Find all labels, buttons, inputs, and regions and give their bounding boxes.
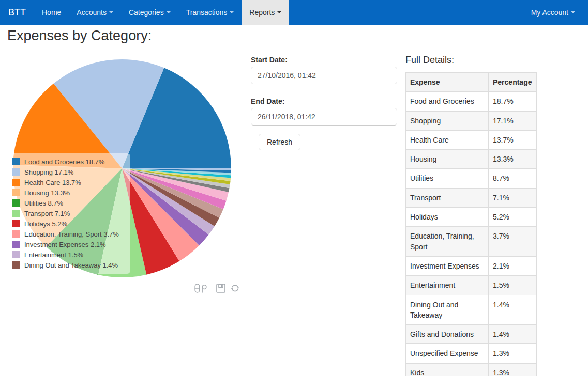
percentage-cell: 2.1%: [489, 256, 537, 275]
legend-swatch: [12, 241, 20, 248]
reload-icon[interactable]: [230, 283, 240, 293]
nav-item-label: Home: [42, 8, 61, 17]
legend-label: Housing 13.3%: [24, 189, 70, 197]
date-controls: Start Date: End Date: Refresh: [251, 56, 398, 150]
nav-item-home[interactable]: Home: [34, 0, 69, 25]
legend-swatch: [12, 220, 20, 227]
legend-item: Education, Training, Sport 3.7%: [12, 229, 128, 239]
start-date-label: Start Date:: [251, 56, 398, 64]
legend-swatch: [12, 261, 20, 269]
legend-swatch: [12, 251, 20, 258]
navbar: BTT HomeAccountsCategoriesTransactionsRe…: [0, 0, 588, 25]
legend-swatch: [12, 158, 20, 165]
start-date-input[interactable]: [251, 67, 397, 84]
legend-swatch: [12, 199, 20, 207]
chevron-down-icon: [230, 11, 234, 13]
navbar-right: My Account: [523, 0, 588, 25]
legend-label: Investment Expenses 2.1%: [24, 241, 106, 248]
nav-item-categories[interactable]: Categories: [121, 0, 178, 25]
table-row: Investment Expenses2.1%: [406, 256, 537, 275]
legend-label: Dining Out and Takeaway 1.4%: [24, 261, 118, 269]
page-title: Expenses by Category:: [7, 28, 152, 44]
expense-cell: Dining Out and Takeaway: [406, 295, 489, 325]
table-row: Unspecified Expense1.3%: [406, 344, 537, 363]
nav-item-my-account[interactable]: My Account: [523, 0, 583, 25]
legend-label: Education, Training, Sport 3.7%: [24, 230, 119, 238]
nav-item-label: Categories: [129, 8, 164, 17]
details-title: Full Details:: [405, 55, 537, 66]
legend-item: Dining Out and Takeaway 1.4%: [12, 260, 128, 270]
legend-swatch: [12, 189, 20, 196]
expense-cell: Housing: [406, 150, 489, 169]
details-table: Expense Percentage Food and Groceries18.…: [405, 72, 537, 376]
toolbar-divider: [212, 284, 212, 293]
pan-zoom-icon[interactable]: [194, 283, 208, 293]
legend-label: Shopping 17.1%: [24, 168, 73, 176]
legend-item: Transport 7.1%: [12, 208, 128, 218]
column-header-expense: Expense: [406, 73, 489, 92]
table-row: Gifts and Donations1.4%: [406, 325, 537, 344]
percentage-cell: 1.3%: [489, 344, 537, 363]
legend-label: Transport 7.1%: [24, 210, 70, 217]
percentage-cell: 18.7%: [489, 92, 537, 111]
legend-item: Health Care 13.7%: [12, 177, 128, 187]
legend-swatch: [12, 210, 20, 217]
legend-item: Holidays 5.2%: [12, 218, 128, 229]
chevron-down-icon: [167, 11, 171, 13]
table-row: Health Care13.7%: [406, 130, 537, 149]
expense-cell: Education, Training, Sport: [406, 227, 489, 257]
nav-item-label: Accounts: [77, 8, 107, 17]
legend-label: Entertainment 1.5%: [24, 251, 83, 259]
table-row: Shopping17.1%: [406, 111, 537, 130]
chevron-down-icon: [109, 11, 113, 13]
end-date-input[interactable]: [251, 108, 397, 126]
nav-item-reports[interactable]: Reports: [242, 0, 289, 25]
nav-item-label: Reports: [249, 8, 275, 17]
chevron-down-icon: [277, 11, 281, 13]
refresh-button[interactable]: Refresh: [259, 134, 300, 150]
expense-cell: Investment Expenses: [406, 256, 489, 275]
save-icon[interactable]: [216, 283, 226, 293]
table-row: Housing13.3%: [406, 150, 537, 169]
column-header-percentage: Percentage: [489, 73, 537, 92]
table-row: Dining Out and Takeaway1.4%: [406, 295, 537, 325]
navbar-brand[interactable]: BTT: [0, 0, 34, 25]
expenses-pie-chart-area: Food and Groceries 18.7%Shopping 17.1%He…: [7, 52, 241, 302]
percentage-cell: 13.3%: [489, 150, 537, 169]
expense-cell: Kids: [406, 363, 489, 376]
percentage-cell: 13.7%: [489, 130, 537, 149]
nav-item-accounts[interactable]: Accounts: [69, 0, 121, 25]
percentage-cell: 1.5%: [489, 276, 537, 295]
expense-cell: Shopping: [406, 111, 489, 130]
table-row: Entertainment1.5%: [406, 276, 537, 295]
legend-label: Health Care 13.7%: [24, 179, 81, 186]
chevron-down-icon: [571, 11, 575, 13]
table-row: Holidays5.2%: [406, 208, 537, 227]
percentage-cell: 5.2%: [489, 208, 537, 227]
percentage-cell: 1.4%: [489, 325, 537, 344]
table-header-row: Expense Percentage: [406, 73, 537, 92]
percentage-cell: 17.1%: [489, 111, 537, 130]
legend-item: Investment Expenses 2.1%: [12, 239, 128, 249]
legend-swatch: [12, 168, 20, 176]
end-date-label: End Date:: [251, 97, 398, 105]
legend-label: Utilities 8.7%: [24, 199, 63, 207]
full-details-section: Full Details: Expense Percentage Food an…: [405, 55, 537, 376]
legend-swatch: [12, 179, 20, 186]
expense-cell: Food and Groceries: [406, 92, 489, 111]
expense-cell: Gifts and Donations: [406, 325, 489, 344]
expense-cell: Transport: [406, 188, 489, 207]
expense-cell: Health Care: [406, 130, 489, 149]
expense-cell: Entertainment: [406, 276, 489, 295]
expense-cell: Unspecified Expense: [406, 344, 489, 363]
table-row: Transport7.1%: [406, 188, 537, 207]
legend-item: Food and Groceries 18.7%: [12, 156, 128, 167]
table-row: Utilities8.7%: [406, 169, 537, 188]
legend-label: Food and Groceries 18.7%: [24, 158, 104, 166]
expense-cell: Utilities: [406, 169, 489, 188]
navbar-menu: HomeAccountsCategoriesTransactionsReport…: [34, 0, 289, 25]
table-row: Kids1.3%: [406, 363, 537, 376]
nav-item-transactions[interactable]: Transactions: [178, 0, 242, 25]
percentage-cell: 8.7%: [489, 169, 537, 188]
percentage-cell: 1.4%: [489, 295, 537, 325]
